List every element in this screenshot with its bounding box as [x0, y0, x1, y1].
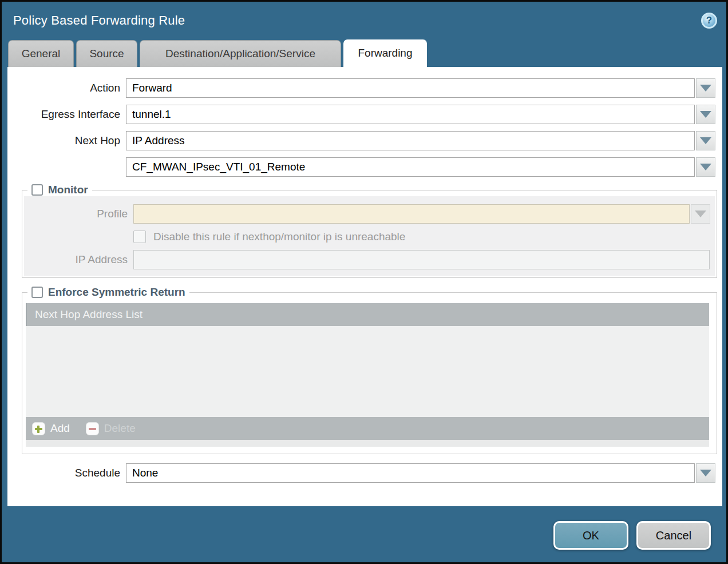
dialog-title: Policy Based Forwarding Rule: [13, 13, 185, 28]
enforce-symmetric-return-section: Enforce Symmetric Return Next Hop Addres…: [22, 286, 717, 454]
profile-select: [133, 204, 690, 224]
tab-destination-application-service[interactable]: Destination/Application/Service: [140, 40, 341, 67]
profile-row: Profile: [24, 204, 715, 224]
policy-based-forwarding-dialog: Policy Based Forwarding Rule ? General S…: [0, 0, 728, 564]
enforce-symmetric-return-checkbox[interactable]: [31, 287, 43, 298]
dialog-titlebar: Policy Based Forwarding Rule ?: [2, 2, 726, 39]
egress-interface-select[interactable]: tunnel.1: [126, 105, 695, 124]
help-icon[interactable]: ?: [701, 13, 717, 29]
disable-rule-label: Disable this rule if nexthop/monitor ip …: [153, 231, 405, 243]
monitor-ip-address-label: IP Address: [24, 253, 128, 266]
schedule-dropdown-button[interactable]: [696, 463, 715, 483]
next-hop-type-dropdown-button[interactable]: [696, 131, 715, 150]
delete-button: Delete: [86, 422, 136, 435]
dialog-footer: OK Cancel: [553, 521, 711, 550]
tab-general[interactable]: General: [8, 40, 74, 67]
monitor-ip-address-row: IP Address: [24, 250, 715, 269]
schedule-select[interactable]: None: [126, 463, 695, 483]
forwarding-tab-panel: Action Forward Egress Interface tunnel.1…: [7, 67, 722, 506]
schedule-label: Schedule: [7, 467, 120, 479]
monitor-ip-address-input: [133, 250, 710, 269]
ok-button[interactable]: OK: [553, 521, 628, 550]
monitor-section: Monitor Profile Disable this rule if nex…: [22, 184, 717, 278]
egress-interface-label: Egress Interface: [7, 108, 120, 121]
monitor-body: Profile Disable this rule if nexthop/mon…: [24, 196, 715, 276]
add-button[interactable]: Add: [32, 422, 70, 435]
delete-button-label: Delete: [104, 422, 136, 435]
monitor-legend-label: Monitor: [48, 184, 88, 196]
monitor-legend: Monitor: [27, 184, 92, 196]
chevron-down-icon: [700, 85, 711, 92]
next-hop-label: Next Hop: [7, 134, 120, 147]
next-hop-address-row: CF_MWAN_IPsec_VTI_01_Remote: [7, 157, 722, 177]
egress-interface-row: Egress Interface tunnel.1: [7, 105, 722, 124]
chevron-down-icon: [695, 210, 706, 217]
next-hop-address-list-body: [26, 326, 709, 417]
tab-forwarding[interactable]: Forwarding: [343, 39, 427, 67]
next-hop-address-list-header: Next Hop Address List: [26, 303, 709, 326]
chevron-down-icon: [700, 137, 711, 144]
minus-icon: [86, 422, 99, 435]
add-button-label: Add: [50, 422, 70, 435]
cancel-button[interactable]: Cancel: [636, 521, 711, 550]
action-label: Action: [7, 82, 120, 94]
next-hop-row: Next Hop IP Address: [7, 131, 722, 150]
disable-rule-checkbox: [133, 231, 146, 243]
next-hop-address-select[interactable]: CF_MWAN_IPsec_VTI_01_Remote: [126, 157, 695, 177]
next-hop-address-list-toolbar: Add Delete: [26, 417, 709, 440]
next-hop-address-dropdown-button[interactable]: [696, 157, 715, 177]
disable-rule-row: Disable this rule if nexthop/monitor ip …: [24, 231, 715, 243]
profile-dropdown-button: [691, 204, 710, 224]
enforce-symmetric-return-legend-label: Enforce Symmetric Return: [48, 286, 185, 299]
profile-label: Profile: [24, 208, 128, 220]
next-hop-address-list-table: Next Hop Address List Add Delete: [26, 303, 709, 440]
action-dropdown-button[interactable]: [696, 78, 715, 98]
chevron-down-icon: [700, 111, 711, 118]
enforce-symmetric-return-legend: Enforce Symmetric Return: [27, 286, 189, 299]
action-row: Action Forward: [7, 78, 722, 98]
tab-bar: General Source Destination/Application/S…: [2, 39, 726, 67]
table-bottom-strip: [26, 440, 709, 447]
chevron-down-icon: [700, 470, 711, 476]
schedule-row: Schedule None: [7, 463, 722, 483]
action-select[interactable]: Forward: [126, 78, 695, 98]
plus-icon: [32, 422, 45, 435]
monitor-checkbox[interactable]: [31, 184, 43, 196]
chevron-down-icon: [700, 164, 711, 170]
egress-interface-dropdown-button[interactable]: [696, 105, 715, 124]
next-hop-type-select[interactable]: IP Address: [126, 131, 695, 150]
tab-source[interactable]: Source: [76, 40, 137, 67]
